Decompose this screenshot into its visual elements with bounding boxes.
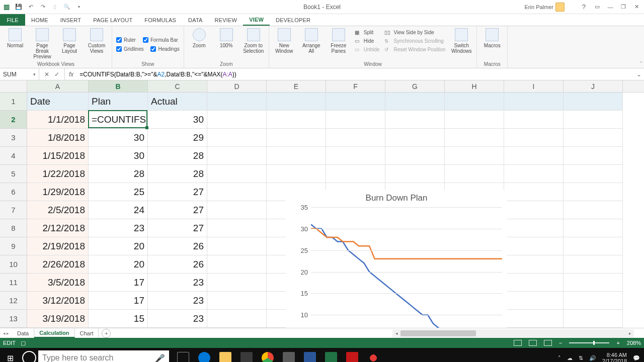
qat-customize-icon[interactable]: ▾ xyxy=(73,2,85,13)
edge-icon[interactable] xyxy=(194,348,214,362)
cell[interactable] xyxy=(445,165,504,183)
cell[interactable] xyxy=(445,111,504,129)
cell[interactable] xyxy=(267,129,326,147)
chevron-down-icon[interactable]: ▾ xyxy=(33,72,36,77)
cell[interactable]: 1/29/2018 xyxy=(27,183,89,201)
cell[interactable]: 20 xyxy=(89,255,148,274)
cell[interactable] xyxy=(504,237,564,255)
expand-formula-bar-icon[interactable]: ⌄ xyxy=(634,71,644,78)
tray-chevron-icon[interactable]: ˄ xyxy=(558,355,561,361)
formula-bar-checkbox[interactable]: Formula Bar xyxy=(143,36,178,44)
embedded-chart[interactable]: Burn Down Plan 05101520253035 1/1/20182/… xyxy=(286,190,507,328)
new-window-button[interactable]: New Window xyxy=(273,28,295,54)
page-break-view-icon[interactable] xyxy=(544,340,552,346)
column-header[interactable]: H xyxy=(445,80,504,92)
row-header[interactable]: 4 xyxy=(0,147,27,165)
cell[interactable]: 28 xyxy=(148,147,207,165)
cell[interactable] xyxy=(504,310,564,328)
save-icon[interactable]: 💾 xyxy=(13,2,24,13)
cell[interactable]: 2/5/2018 xyxy=(27,201,89,219)
worksheet-grid[interactable]: ABCDEFGHIJ 12345678910111213 DatePlanAct… xyxy=(0,80,644,328)
cell[interactable] xyxy=(564,93,623,111)
cell[interactable]: 27 xyxy=(148,219,207,237)
cell[interactable]: 30 xyxy=(148,111,207,129)
cell[interactable] xyxy=(267,93,326,111)
sheet-tab[interactable]: Chart xyxy=(75,328,99,338)
cell[interactable] xyxy=(267,111,326,129)
row-header[interactable]: 13 xyxy=(0,310,27,328)
cell[interactable] xyxy=(504,111,564,129)
hide-button[interactable]: ▭Hide xyxy=(355,37,380,45)
cell[interactable]: =COUNTIFS xyxy=(89,111,148,129)
cell[interactable] xyxy=(564,129,623,147)
cell[interactable] xyxy=(207,111,267,129)
cell[interactable]: 24 xyxy=(89,201,148,219)
row-header[interactable]: 9 xyxy=(0,237,27,255)
cell[interactable] xyxy=(326,111,385,129)
cell[interactable]: 2/26/2018 xyxy=(27,255,89,274)
cell[interactable] xyxy=(564,237,623,255)
cell[interactable] xyxy=(385,111,445,129)
cell[interactable] xyxy=(207,129,267,147)
user-name-label[interactable]: Erin Palmer xyxy=(525,4,553,10)
cell[interactable]: 28 xyxy=(148,165,207,183)
cell[interactable]: 27 xyxy=(148,201,207,219)
column-header[interactable]: C xyxy=(148,80,207,92)
side-by-side-button[interactable]: ▯▯View Side by Side xyxy=(384,28,445,36)
normal-view-button[interactable]: Normal xyxy=(4,28,26,48)
qat-icon[interactable]: 🔍 xyxy=(61,2,72,13)
cell[interactable] xyxy=(504,147,564,165)
cell[interactable] xyxy=(385,129,445,147)
horizontal-scrollbar[interactable]: ◂ ▸ xyxy=(392,329,634,337)
mic-icon[interactable]: 🎤 xyxy=(155,353,165,363)
scroll-thumb[interactable] xyxy=(400,330,476,336)
column-header[interactable]: D xyxy=(207,80,267,92)
qat-icon[interactable]: ▯ xyxy=(49,2,60,13)
row-header[interactable]: 12 xyxy=(0,292,27,310)
select-all-button[interactable] xyxy=(0,80,27,93)
taskbar-clock[interactable]: 8:46 AM2/17/2018 xyxy=(602,352,627,362)
cell[interactable]: 30 xyxy=(89,147,148,165)
headings-checkbox[interactable]: Headings xyxy=(150,45,179,53)
zoom-100-button[interactable]: 100% xyxy=(215,28,237,48)
cell[interactable]: Date xyxy=(27,93,89,111)
volume-icon[interactable]: 🔊 xyxy=(589,355,596,361)
cell[interactable]: 29 xyxy=(148,129,207,147)
ribbon-tab-review[interactable]: REVIEW xyxy=(209,14,244,26)
zoom-level-label[interactable]: 208% xyxy=(627,340,641,346)
cell[interactable] xyxy=(385,93,445,111)
taskbar-search[interactable]: Type here to search 🎤 xyxy=(38,350,169,362)
cell[interactable] xyxy=(326,129,385,147)
zoom-slider[interactable] xyxy=(569,342,609,343)
page-layout-button[interactable]: Page Layout xyxy=(58,28,80,54)
column-header[interactable]: J xyxy=(564,80,623,92)
ruler-checkbox[interactable]: Ruler xyxy=(116,36,136,44)
cell[interactable]: 26 xyxy=(148,237,207,255)
cell[interactable] xyxy=(504,201,564,219)
reset-position-button[interactable]: ↺Reset Window Position xyxy=(384,45,445,53)
cell[interactable]: 25 xyxy=(89,183,148,201)
ribbon-tab-developer[interactable]: DEVELOPER xyxy=(270,14,316,26)
cell[interactable] xyxy=(504,219,564,237)
cell[interactable] xyxy=(564,201,623,219)
cell[interactable] xyxy=(207,255,267,274)
cell[interactable]: 2/19/2018 xyxy=(27,237,89,255)
cell[interactable] xyxy=(326,93,385,111)
cortana-icon[interactable] xyxy=(22,351,36,362)
cell[interactable]: Plan xyxy=(89,93,148,111)
sheet-tab[interactable]: Calculation xyxy=(34,328,74,338)
zoom-button[interactable]: Zoom xyxy=(188,28,210,48)
cell[interactable] xyxy=(326,165,385,183)
notifications-icon[interactable]: 💬 xyxy=(633,355,640,361)
cell[interactable]: 23 xyxy=(148,274,207,292)
cell[interactable] xyxy=(267,147,326,165)
unhide-button[interactable]: ▭Unhide xyxy=(355,45,380,53)
cell[interactable] xyxy=(445,129,504,147)
store-icon[interactable] xyxy=(236,348,257,362)
column-header[interactable]: F xyxy=(326,80,385,92)
cell[interactable] xyxy=(445,147,504,165)
page-break-button[interactable]: Page Break Preview xyxy=(31,28,53,59)
cell[interactable]: 2/12/2018 xyxy=(27,219,89,237)
cell[interactable] xyxy=(504,183,564,201)
cell[interactable]: 15 xyxy=(89,310,148,328)
